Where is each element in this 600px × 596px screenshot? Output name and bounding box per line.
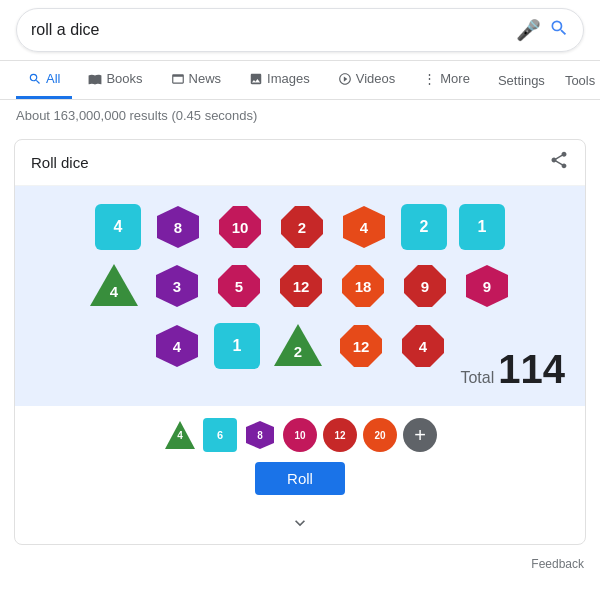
total-number: 114 (498, 347, 565, 392)
dice-type-d6[interactable]: 6 (203, 418, 237, 452)
dice-type-d10[interactable]: 10 (283, 418, 317, 452)
die-d10-3[interactable]: 9 (462, 261, 512, 311)
die-d12-4[interactable]: 4 (398, 321, 448, 371)
search-input[interactable] (31, 21, 516, 39)
die-d8-3[interactable]: 4 (152, 321, 202, 371)
tab-news-label: News (189, 71, 222, 86)
dice-card-header: Roll dice (15, 140, 585, 186)
die-d12-3[interactable]: 9 (400, 261, 450, 311)
dice-row-2: 4 3 5 12 (35, 260, 565, 312)
total-display: Total 114 (460, 347, 565, 392)
dice-type-d4[interactable]: 4 (163, 418, 197, 452)
tab-news[interactable]: News (159, 61, 234, 99)
expand-chevron[interactable] (15, 507, 585, 544)
die-d8-1[interactable]: 8 (153, 202, 203, 252)
tab-more-label: More (440, 71, 470, 86)
die-d20-1[interactable]: 4 (339, 202, 389, 252)
die-d12-2[interactable]: 12 (276, 261, 326, 311)
search-bar: 🎤 (0, 0, 600, 61)
mic-icon[interactable]: 🎤 (516, 18, 541, 42)
die-d8-2[interactable]: 3 (152, 261, 202, 311)
die-d6-4[interactable]: 1 (214, 323, 260, 369)
die-d10-1[interactable]: 10 (215, 202, 265, 252)
tab-all[interactable]: All (16, 61, 72, 99)
settings-link[interactable]: Settings (490, 63, 553, 98)
tools-link[interactable]: Tools (557, 63, 600, 98)
tab-books[interactable]: Books (76, 61, 154, 99)
die-d20-3[interactable]: 12 (336, 321, 386, 371)
dice-card: Roll dice 4 8 10 (14, 139, 586, 545)
dice-card-title: Roll dice (31, 154, 89, 171)
add-dice-button[interactable]: + (403, 418, 437, 452)
tab-images-label: Images (267, 71, 310, 86)
dice-type-d12[interactable]: 12 (323, 418, 357, 452)
tab-more[interactable]: ⋮ More (411, 61, 482, 99)
roll-button[interactable]: Roll (255, 462, 345, 495)
dice-controls: 4 6 8 10 12 20 (15, 406, 585, 507)
dice-type-row: 4 6 8 10 12 20 (163, 418, 437, 452)
share-icon[interactable] (549, 150, 569, 175)
die-d4-2[interactable]: 2 (272, 320, 324, 372)
more-dots-icon: ⋮ (423, 71, 436, 86)
feedback-row: Feedback (0, 553, 600, 579)
dice-row-1: 4 8 10 2 (35, 202, 565, 252)
nav-tabs: All Books News Images Videos ⋮ More Sett… (0, 61, 600, 100)
search-input-wrapper[interactable]: 🎤 (16, 8, 584, 52)
feedback-link[interactable]: Feedback (531, 557, 584, 571)
tab-books-label: Books (106, 71, 142, 86)
die-d20-2[interactable]: 18 (338, 261, 388, 311)
die-d6-1[interactable]: 4 (95, 204, 141, 250)
search-button[interactable] (549, 18, 569, 43)
results-count: About 163,000,000 results (0.45 seconds) (0, 100, 600, 131)
die-d6-2[interactable]: 2 (401, 204, 447, 250)
die-d6-3[interactable]: 1 (459, 204, 505, 250)
dice-type-d20[interactable]: 20 (363, 418, 397, 452)
tab-videos[interactable]: Videos (326, 61, 408, 99)
die-d12-1[interactable]: 2 (277, 202, 327, 252)
tab-videos-label: Videos (356, 71, 396, 86)
tab-images[interactable]: Images (237, 61, 322, 99)
total-label: Total (460, 369, 494, 387)
die-d4-1[interactable]: 4 (88, 260, 140, 312)
dice-area: 4 8 10 2 (15, 186, 585, 406)
die-d10-2[interactable]: 5 (214, 261, 264, 311)
dice-type-d8[interactable]: 8 (243, 418, 277, 452)
tab-all-label: All (46, 71, 60, 86)
plus-icon: + (414, 424, 426, 447)
